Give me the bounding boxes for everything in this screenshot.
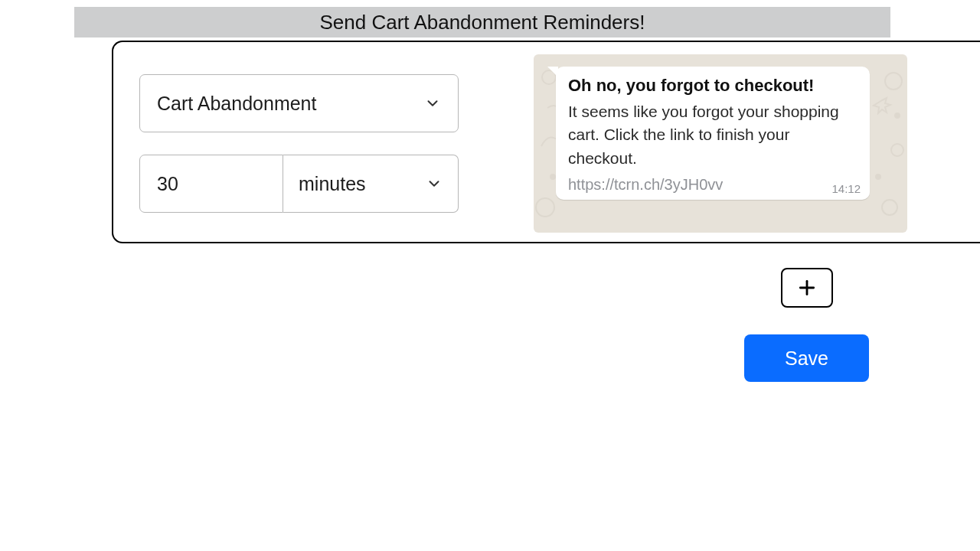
svg-point-4: [536, 198, 554, 217]
plus-icon: [797, 278, 817, 298]
chevron-down-icon: [424, 95, 441, 112]
svg-point-7: [550, 174, 555, 179]
message-preview: Oh no, you forgot to checkout! It seems …: [534, 54, 907, 233]
svg-point-5: [876, 174, 880, 179]
chevron-down-icon: [426, 175, 443, 192]
message-link: https://tcrn.ch/3yJH0vv: [568, 176, 859, 194]
svg-point-1: [885, 73, 902, 90]
message-headline: Oh no, you forgot to checkout!: [568, 76, 859, 96]
add-button[interactable]: [781, 268, 833, 308]
page-title: Send Cart Abandonment Reminders!: [74, 7, 890, 37]
delay-value-input[interactable]: [139, 155, 283, 213]
save-button[interactable]: Save: [744, 334, 869, 382]
svg-point-6: [895, 113, 900, 118]
chat-bubble: Oh no, you forgot to checkout! It seems …: [556, 67, 870, 200]
message-timestamp: 14:12: [831, 182, 861, 195]
delay-unit-label: minutes: [299, 173, 426, 195]
delay-unit-select[interactable]: minutes: [283, 155, 459, 213]
message-body: It seems like you forgot your shopping c…: [568, 100, 859, 170]
svg-point-2: [891, 144, 903, 156]
reminder-type-select[interactable]: Cart Abandonment: [139, 74, 459, 132]
delay-group: minutes: [139, 155, 459, 213]
reminder-type-label: Cart Abandonment: [157, 93, 424, 115]
bubble-tail: [547, 67, 558, 77]
svg-point-3: [882, 200, 897, 215]
reminder-panel: Cart Abandonment minutes: [112, 41, 980, 243]
